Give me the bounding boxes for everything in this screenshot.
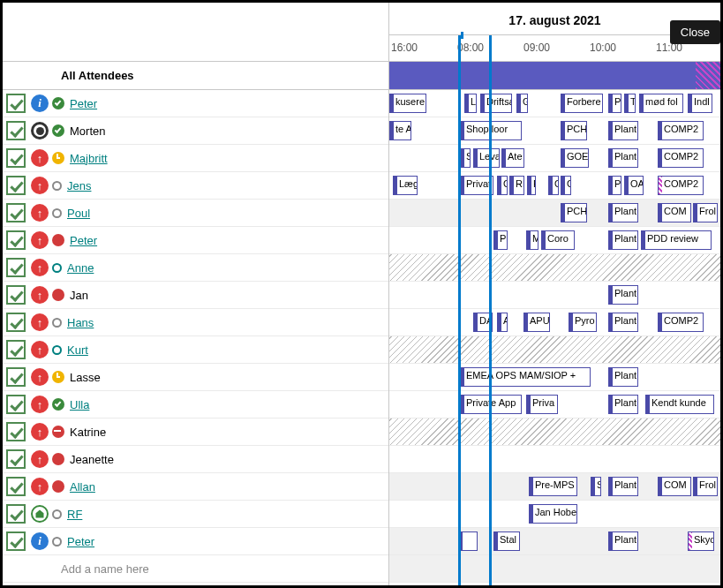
timeline-row[interactable] (389, 418, 720, 446)
timeline-row[interactable]: Pre-MPSSPlantCOMFrol (389, 473, 720, 501)
attendee-name[interactable]: Majbritt (70, 152, 108, 165)
attendee-checkbox[interactable] (6, 395, 26, 414)
timeline-row[interactable]: Jan Hobe (389, 501, 720, 528)
attendee-checkbox[interactable] (6, 121, 26, 140)
calendar-event[interactable]: Privat (460, 176, 493, 195)
timeline-row[interactable]: SLevarAteGOE,PlantCOMP2 (389, 145, 720, 172)
calendar-event[interactable]: COM (658, 477, 691, 496)
attendee-checkbox[interactable] (6, 367, 26, 387)
attendee-checkbox[interactable] (6, 449, 26, 469)
calendar-event[interactable]: S (591, 477, 601, 496)
attendee-name[interactable]: Ulla (70, 398, 89, 411)
calendar-event[interactable]: M (526, 230, 538, 250)
calendar-event[interactable]: S (460, 148, 471, 168)
calendar-event[interactable]: La (464, 94, 477, 113)
attendee-name[interactable]: Poul (67, 207, 90, 220)
attendee-checkbox[interactable] (6, 176, 26, 195)
timeline-row[interactable]: PCHPlantCOMFrol (389, 200, 720, 227)
calendar-event[interactable]: C (561, 176, 571, 195)
calendar-event[interactable]: PCH (561, 203, 587, 222)
timeline-row[interactable]: DAAAPUPyroPlantCOMP2 (389, 309, 720, 336)
calendar-event[interactable]: APU (523, 313, 550, 332)
calendar-event[interactable]: Skyo (688, 531, 714, 551)
calendar-event[interactable]: Private App (460, 395, 522, 414)
calendar-event[interactable]: C (497, 176, 508, 195)
timeline-grid[interactable]: kusereLaDriftsæriGForberePlTimød folIndl… (389, 62, 720, 585)
timeline-row[interactable] (389, 446, 720, 473)
attendee-name[interactable]: Hans (67, 316, 94, 329)
calendar-event[interactable]: Plant (608, 395, 638, 414)
calendar-event[interactable]: Shopfloor (460, 121, 522, 140)
attendee-checkbox[interactable] (6, 94, 26, 113)
calendar-event[interactable]: Driftsæri (480, 94, 512, 113)
calendar-event[interactable]: A (497, 313, 508, 332)
calendar-event[interactable]: COM (658, 203, 691, 222)
calendar-event[interactable]: Jan Hobe (529, 504, 577, 524)
calendar-event[interactable]: te A (389, 121, 411, 140)
calendar-event[interactable]: Forbere (561, 94, 603, 113)
attendee-name[interactable]: Anne (67, 261, 94, 275)
calendar-event[interactable]: Pyro (569, 313, 597, 332)
timeline-row[interactable]: Plant (389, 282, 720, 309)
calendar-event[interactable]: PCH (561, 121, 587, 140)
timeline-row[interactable]: EMEA OPS MAM/SIOP +Plant (389, 364, 720, 391)
calendar-event[interactable]: Plant (608, 285, 638, 305)
calendar-event[interactable]: Pl (608, 94, 621, 113)
calendar-event[interactable]: Frol (693, 203, 718, 222)
calendar-event[interactable]: Ate (501, 148, 524, 168)
attendee-name[interactable]: Peter (70, 234, 97, 247)
calendar-event[interactable]: Plant (608, 203, 638, 222)
calendar-event[interactable]: COMP2 (658, 121, 704, 140)
attendee-name[interactable]: Peter (70, 97, 97, 110)
calendar-event[interactable]: Pre-MPS (529, 477, 577, 496)
calendar-event[interactable]: mød fol (639, 94, 683, 113)
calendar-event[interactable]: COMP2 (658, 148, 704, 168)
calendar-event[interactable]: RF (509, 176, 524, 195)
calendar-event[interactable]: Pi (493, 230, 508, 250)
timeline-row[interactable]: kusereLaDriftsæriGForberePlTimød folIndl (389, 90, 720, 117)
calendar-event[interactable]: G (516, 94, 528, 113)
attendee-checkbox[interactable] (6, 422, 26, 441)
timeline-row[interactable]: PiMCoroPlantPDD review (389, 227, 720, 254)
calendar-event[interactable]: Indl (688, 94, 712, 113)
attendee-checkbox[interactable] (6, 531, 26, 551)
calendar-event[interactable]: GOE, (561, 148, 589, 168)
attendee-name[interactable]: Jens (67, 179, 91, 192)
calendar-event[interactable]: Frol (693, 477, 718, 496)
attendee-name[interactable]: RF (67, 508, 82, 521)
add-attendee-input[interactable]: Add a name here (3, 555, 388, 583)
attendee-name[interactable]: Kurt (67, 343, 88, 357)
calendar-event[interactable]: PDD review (641, 230, 712, 250)
calendar-event[interactable]: Ti (624, 94, 636, 113)
calendar-event[interactable]: C (548, 176, 559, 195)
calendar-event[interactable]: EMEA OPS MAM/SIOP + (460, 367, 591, 387)
attendee-checkbox[interactable] (6, 258, 26, 277)
close-tooltip[interactable]: Close (670, 20, 720, 44)
calendar-event[interactable]: Pl (608, 176, 621, 195)
attendee-checkbox[interactable] (6, 148, 26, 168)
attendee-checkbox[interactable] (6, 203, 26, 222)
timeline-row[interactable] (389, 254, 720, 282)
attendee-checkbox[interactable] (6, 477, 26, 496)
attendee-checkbox[interactable] (6, 230, 26, 250)
calendar-event[interactable]: Plant (608, 148, 638, 168)
calendar-event[interactable]: Plant (608, 531, 638, 551)
timeline-row[interactable]: StalPlantSkyo (389, 528, 720, 555)
timeline-row[interactable]: te AShopfloorPCHPlantCOMP2 (389, 117, 720, 145)
calendar-event[interactable]: Plant (608, 313, 638, 332)
calendar-event[interactable]: kusere (389, 94, 426, 113)
calendar-event[interactable]: Plant (608, 121, 638, 140)
attendee-name[interactable]: Allan (70, 480, 95, 494)
calendar-event[interactable]: Coro (541, 230, 575, 250)
timeline-row[interactable] (389, 336, 720, 364)
calendar-event[interactable] (458, 531, 478, 551)
calendar-event[interactable]: Stal (493, 531, 520, 551)
calendar-event[interactable]: COMP2 (658, 313, 704, 332)
calendar-event[interactable]: Læg (393, 176, 418, 195)
calendar-event[interactable]: OA (624, 176, 644, 195)
attendee-checkbox[interactable] (6, 313, 26, 332)
attendee-checkbox[interactable] (6, 504, 26, 524)
calendar-event[interactable]: Plant (608, 477, 638, 496)
calendar-event[interactable]: Plant (608, 367, 638, 387)
calendar-event[interactable]: Kendt kunde (645, 395, 714, 414)
